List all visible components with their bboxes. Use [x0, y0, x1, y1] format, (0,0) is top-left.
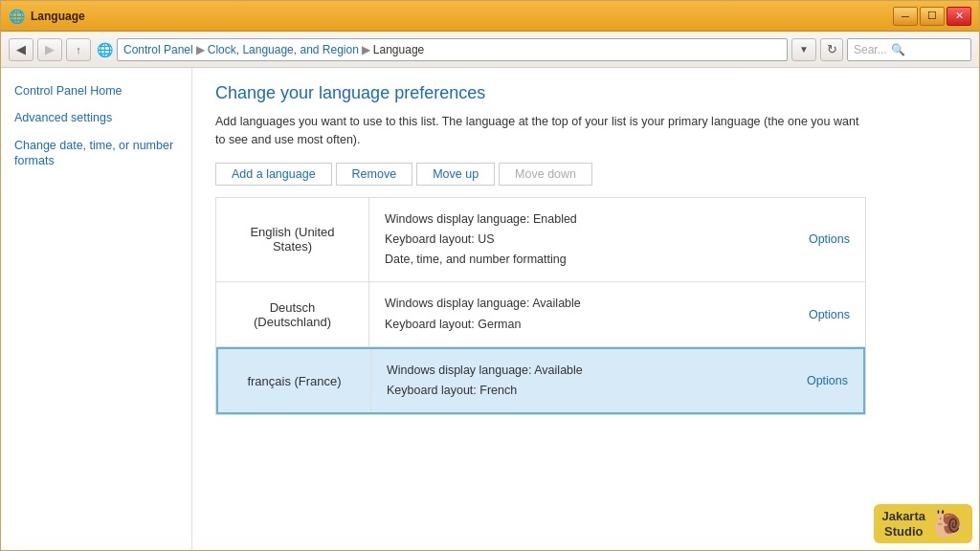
- address-path[interactable]: Control Panel ▶ Clock, Language, and Reg…: [117, 38, 788, 61]
- watermark: Jakarta Studio 🐌: [874, 504, 972, 543]
- language-row-fr[interactable]: français (France) Windows display langua…: [216, 347, 865, 415]
- sidebar-advanced-settings-link[interactable]: Advanced settings: [14, 110, 178, 125]
- language-toolbar: Add a language Remove Move up Move down: [215, 163, 956, 186]
- up-button[interactable]: ↑: [66, 38, 91, 61]
- back-button[interactable]: ◀: [9, 38, 33, 61]
- address-icon: 🌐: [97, 42, 113, 57]
- minimize-button[interactable]: ─: [893, 7, 918, 26]
- address-bar: ◀ ▶ ↑ 🌐 Control Panel ▶ Clock, Language,…: [1, 32, 979, 68]
- search-placeholder: Sear...: [854, 43, 887, 56]
- refresh-button[interactable]: ↻: [820, 38, 843, 61]
- lang-detail-fr-1: Windows display language: Available: [387, 361, 776, 381]
- language-row-de[interactable]: Deutsch(Deutschland) Windows display lan…: [216, 282, 865, 347]
- language-name-de: Deutsch(Deutschland): [216, 282, 369, 346]
- lang-detail-en-1: Windows display language: Enabled: [385, 209, 778, 230]
- dropdown-button[interactable]: ▼: [791, 38, 816, 61]
- search-icon: 🔍: [891, 43, 905, 56]
- lang-detail-de-2: Keyboard layout: German: [385, 315, 778, 335]
- restore-button[interactable]: ☐: [920, 7, 945, 26]
- breadcrumb-clock[interactable]: Clock, Language, and Region: [208, 43, 359, 56]
- language-details-de: Windows display language: Available Keyb…: [369, 282, 793, 346]
- language-options-de[interactable]: Options: [793, 282, 865, 346]
- watermark-line1: Jakarta: [881, 509, 925, 524]
- move-up-button[interactable]: Move up: [416, 163, 495, 186]
- sidebar-home-link[interactable]: Control Panel Home: [14, 83, 178, 99]
- title-bar-buttons: ─ ☐ ✕: [893, 7, 971, 26]
- page-description: Add languages you want to use to this li…: [215, 113, 866, 149]
- title-bar: 🌐 Language ─ ☐ ✕: [1, 1, 979, 32]
- lang-detail-en-2: Keyboard layout: US: [385, 230, 778, 250]
- close-button[interactable]: ✕: [947, 7, 971, 26]
- language-name-fr: français (France): [218, 349, 371, 413]
- title-bar-left: 🌐 Language: [9, 9, 85, 24]
- language-name-en: English (UnitedStates): [216, 198, 369, 282]
- breadcrumb-language: Language: [373, 43, 424, 56]
- watermark-text: Jakarta Studio: [881, 509, 925, 539]
- language-row-en[interactable]: English (UnitedStates) Windows display l…: [216, 198, 865, 283]
- content-area: Control Panel Home Advanced settings Cha…: [1, 68, 979, 550]
- move-down-button[interactable]: Move down: [499, 163, 592, 186]
- sidebar-change-date-link[interactable]: Change date, time, or number formats: [14, 138, 178, 169]
- sidebar: Control Panel Home Advanced settings Cha…: [1, 68, 192, 550]
- search-box[interactable]: Sear... 🔍: [847, 38, 971, 61]
- lang-detail-de-1: Windows display language: Available: [385, 294, 778, 314]
- watermark-line2: Studio: [881, 524, 925, 540]
- breadcrumb-sep-2: ▶: [362, 43, 370, 56]
- forward-button[interactable]: ▶: [37, 38, 62, 61]
- language-details-fr: Windows display language: Available Keyb…: [371, 349, 791, 413]
- window-icon: 🌐: [9, 9, 25, 24]
- remove-button[interactable]: Remove: [336, 163, 413, 186]
- language-details-en: Windows display language: Enabled Keyboa…: [369, 198, 793, 282]
- language-options-fr[interactable]: Options: [791, 349, 863, 413]
- window: 🌐 Language ─ ☐ ✕ ◀ ▶ ↑ 🌐 Control Panel ▶…: [0, 0, 980, 551]
- language-list: English (UnitedStates) Windows display l…: [215, 197, 866, 416]
- language-options-en[interactable]: Options: [793, 198, 865, 282]
- add-language-button[interactable]: Add a language: [215, 163, 332, 186]
- breadcrumb-sep-1: ▶: [196, 43, 205, 56]
- lang-detail-fr-2: Keyboard layout: French: [387, 381, 776, 401]
- breadcrumb-control-panel[interactable]: Control Panel: [123, 43, 193, 56]
- snail-icon: 🐌: [931, 508, 965, 540]
- lang-detail-en-3: Date, time, and number formatting: [385, 250, 778, 270]
- window-title: Language: [31, 10, 85, 23]
- main-panel: Change your language preferences Add lan…: [192, 68, 979, 550]
- page-title: Change your language preferences: [215, 83, 956, 103]
